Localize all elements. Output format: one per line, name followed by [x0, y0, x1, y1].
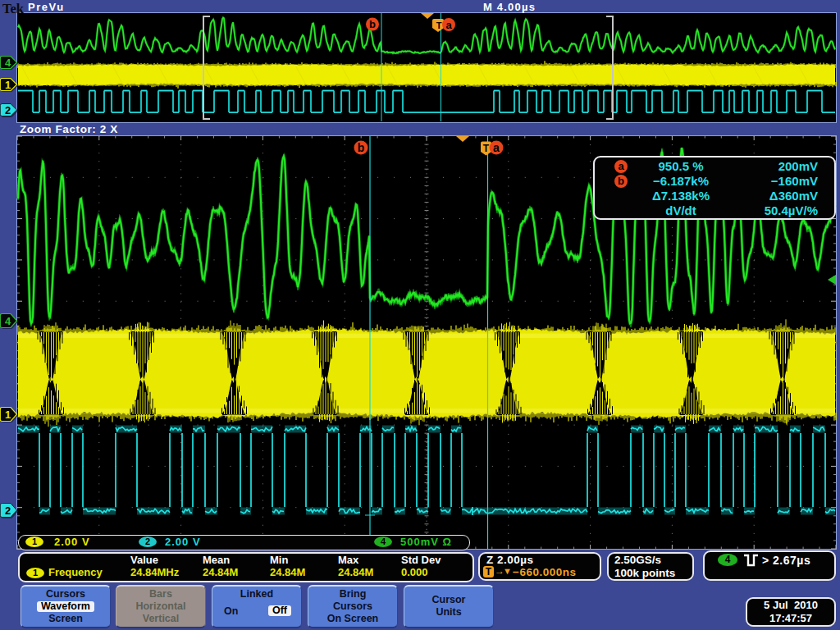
svg-text:a: a	[493, 141, 500, 154]
svg-text:2: 2	[5, 104, 11, 116]
svg-text:T: T	[483, 143, 490, 154]
svg-text:b: b	[358, 141, 365, 154]
svg-text:1: 1	[5, 79, 11, 91]
svg-text:b: b	[369, 18, 376, 30]
svg-text:4: 4	[5, 57, 11, 69]
svg-text:a: a	[445, 19, 452, 31]
svg-text:4: 4	[5, 315, 11, 327]
svg-text:2: 2	[5, 504, 11, 517]
svg-text:1: 1	[5, 409, 11, 421]
svg-text:T: T	[436, 21, 442, 30]
